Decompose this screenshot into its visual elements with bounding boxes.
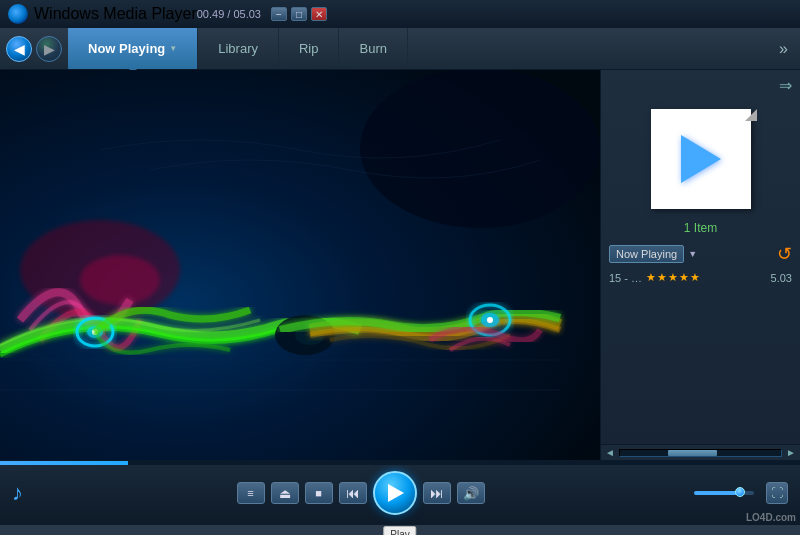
- svg-point-3: [80, 255, 160, 305]
- scroll-track[interactable]: [619, 449, 782, 457]
- star-3: ★: [668, 271, 678, 284]
- visualization-canvas: [0, 70, 600, 460]
- now-playing-chevron-icon: ▼: [688, 249, 697, 259]
- now-playing-dropdown[interactable]: Now Playing: [609, 245, 684, 263]
- volume-button[interactable]: 🔊: [457, 482, 485, 504]
- star-5: ★: [690, 271, 700, 284]
- scroll-right-button[interactable]: ►: [782, 447, 800, 458]
- seek-bar[interactable]: [0, 461, 800, 465]
- playback-controls: ≡ ⏏ ■ ⏮ ⏭ 🔊: [35, 471, 686, 515]
- app-title: Windows Media Player: [34, 5, 197, 23]
- star-1: ★: [646, 271, 656, 284]
- item-count: 1 Item: [601, 217, 800, 239]
- next-button[interactable]: ⏭: [423, 482, 451, 504]
- music-note-icon: ♪: [12, 480, 23, 506]
- play-icon: [388, 484, 404, 502]
- panel-arrow-icon[interactable]: ⇒: [779, 76, 792, 95]
- watermark: LO4D.com: [746, 512, 796, 523]
- tab-chevron-icon: ▼: [169, 44, 177, 53]
- tab-library[interactable]: Library: [198, 28, 279, 69]
- panel-header: ⇒: [601, 70, 800, 101]
- tab-burn[interactable]: Burn: [339, 28, 407, 69]
- star-rating[interactable]: ★ ★ ★ ★ ★: [646, 271, 700, 284]
- track-duration: 5.03: [771, 272, 792, 284]
- main-content: ⇒ 1 Item Now Playing ▼ ↺ 15 - … ★ ★ ★ ★ …: [0, 70, 800, 460]
- refresh-icon[interactable]: ↺: [777, 243, 792, 265]
- nav-bar: ◀ ▶ Now Playing ▼ Library Rip Burn »: [0, 28, 800, 70]
- back-button[interactable]: ◀: [6, 36, 32, 62]
- menu-button[interactable]: ≡: [237, 482, 265, 504]
- album-art[interactable]: [651, 109, 751, 209]
- tab-rip[interactable]: Rip: [279, 28, 340, 69]
- scroll-thumb[interactable]: [668, 450, 716, 456]
- tabs: Now Playing ▼ Library Rip Burn: [68, 28, 408, 69]
- tab-now-playing[interactable]: Now Playing ▼: [68, 28, 198, 69]
- panel-scrollbar: ◄ ►: [601, 444, 800, 460]
- fullscreen-button[interactable]: ⛶: [766, 482, 788, 504]
- volume-slider[interactable]: [694, 491, 754, 495]
- time-display: 00.49 / 05.03: [197, 8, 261, 20]
- track-name: 15 - …: [609, 272, 642, 284]
- svg-point-11: [487, 317, 493, 323]
- star-4: ★: [679, 271, 689, 284]
- album-art-area: [601, 101, 800, 217]
- prev-button[interactable]: ⏮: [339, 482, 367, 504]
- right-panel: ⇒ 1 Item Now Playing ▼ ↺ 15 - … ★ ★ ★ ★ …: [600, 70, 800, 460]
- seek-bar-fill: [0, 461, 128, 465]
- play-button[interactable]: [373, 471, 417, 515]
- minimize-button[interactable]: −: [271, 7, 287, 21]
- stop-button[interactable]: ■: [305, 482, 333, 504]
- scroll-left-button[interactable]: ◄: [601, 447, 619, 458]
- maximize-button[interactable]: □: [291, 7, 307, 21]
- star-2: ★: [657, 271, 667, 284]
- volume-thumb[interactable]: [735, 487, 745, 497]
- volume-area: [694, 491, 754, 495]
- wmp-logo: [8, 4, 28, 24]
- svg-point-1: [360, 70, 600, 228]
- album-play-icon: [681, 135, 721, 183]
- eject-button[interactable]: ⏏: [271, 482, 299, 504]
- close-button[interactable]: ✕: [311, 7, 327, 21]
- more-button[interactable]: »: [771, 40, 796, 58]
- track-row: 15 - … ★ ★ ★ ★ ★ 5.03: [601, 269, 800, 286]
- forward-button[interactable]: ▶: [36, 36, 62, 62]
- visualization-area[interactable]: [0, 70, 600, 460]
- window-controls: − □ ✕: [271, 7, 327, 21]
- bottom-bar: ♪ ≡ ⏏ ■ ⏮ ⏭ 🔊 ⛶ LO4D.com Play: [0, 460, 800, 525]
- title-bar: Windows Media Player 00.49 / 05.03 − □ ✕: [0, 0, 800, 28]
- play-tooltip: Play: [383, 526, 416, 535]
- now-playing-row: Now Playing ▼ ↺: [601, 239, 800, 269]
